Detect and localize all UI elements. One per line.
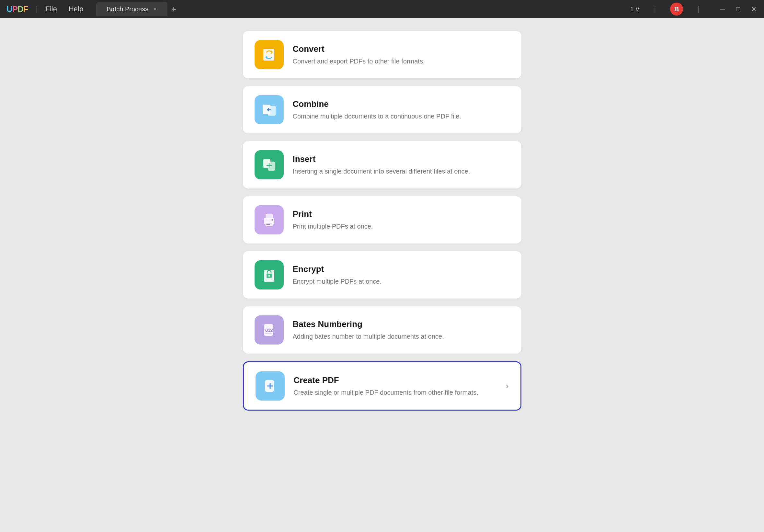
card-print[interactable]: Print Print multiple PDFs at once. — [243, 196, 521, 244]
app-logo: UPDF — [6, 4, 28, 14]
main-content: Convert Convert and export PDFs to other… — [0, 18, 764, 532]
tab-close-button[interactable]: × — [153, 6, 157, 12]
create-arrow: › — [505, 381, 508, 391]
maximize-button[interactable]: □ — [734, 5, 742, 13]
encrypt-text: Encrypt Encrypt multiple PDFs at once. — [293, 264, 510, 286]
create-text: Create PDF Create single or multiple PDF… — [294, 375, 493, 397]
tabs-area: Batch Process × + — [96, 2, 176, 16]
menu-file[interactable]: File — [46, 5, 57, 13]
svg-point-12 — [272, 219, 273, 221]
svg-rect-8 — [266, 214, 273, 219]
card-create[interactable]: Create PDF Create single or multiple PDF… — [243, 361, 521, 411]
convert-desc: Convert and export PDFs to other file fo… — [293, 57, 510, 66]
titlebar-right: 1 ∨ | B | ─ □ ✕ — [630, 3, 758, 16]
svg-point-15 — [268, 275, 270, 277]
print-icon — [255, 205, 284, 235]
create-title: Create PDF — [294, 375, 493, 385]
tab-batch-process[interactable]: Batch Process × — [96, 2, 167, 16]
insert-title: Insert — [293, 154, 510, 164]
create-desc: Create single or multiple PDF documents … — [294, 388, 493, 397]
svg-text:012: 012 — [265, 328, 273, 333]
titlebar: UPDF | File Help Batch Process × + 1 ∨ |… — [0, 0, 764, 18]
create-icon — [256, 371, 285, 401]
encrypt-icon — [255, 260, 284, 289]
insert-desc: Inserting a single document into several… — [293, 167, 510, 176]
user-avatar[interactable]: B — [670, 3, 683, 16]
print-title: Print — [293, 209, 510, 219]
insert-text: Insert Inserting a single document into … — [293, 154, 510, 176]
card-combine[interactable]: Combine Combine multiple documents to a … — [243, 86, 521, 133]
minimize-button[interactable]: ─ — [719, 5, 726, 13]
window-controls: ─ □ ✕ — [719, 5, 758, 13]
cards-container: Convert Convert and export PDFs to other… — [243, 31, 521, 519]
bates-icon: 012 — [255, 315, 284, 345]
bates-desc: Adding bates number to multiple document… — [293, 332, 510, 341]
insert-icon — [255, 150, 284, 179]
convert-icon — [255, 40, 284, 69]
tab-add-button[interactable]: + — [171, 4, 176, 14]
right-divider2: | — [697, 5, 699, 13]
encrypt-title: Encrypt — [293, 264, 510, 274]
combine-icon — [255, 95, 284, 124]
convert-text: Convert Convert and export PDFs to other… — [293, 44, 510, 66]
tab-label: Batch Process — [106, 6, 148, 13]
card-convert[interactable]: Convert Convert and export PDFs to other… — [243, 31, 521, 79]
combine-text: Combine Combine multiple documents to a … — [293, 99, 510, 121]
combine-desc: Combine multiple documents to a continuo… — [293, 112, 510, 121]
card-bates[interactable]: 012 Bates Numbering Adding bates number … — [243, 306, 521, 354]
close-button[interactable]: ✕ — [750, 5, 758, 13]
print-text: Print Print multiple PDFs at once. — [293, 209, 510, 231]
bates-title: Bates Numbering — [293, 319, 510, 329]
menu-help[interactable]: Help — [69, 5, 83, 13]
combine-title: Combine — [293, 99, 510, 109]
tab-count: 1 ∨ — [630, 5, 640, 13]
right-divider: | — [654, 5, 656, 13]
card-insert[interactable]: Insert Inserting a single document into … — [243, 141, 521, 188]
menu-bar: File Help — [46, 5, 84, 13]
encrypt-desc: Encrypt multiple PDFs at once. — [293, 277, 510, 286]
divider: | — [36, 5, 38, 13]
card-encrypt[interactable]: Encrypt Encrypt multiple PDFs at once. — [243, 251, 521, 298]
print-desc: Print multiple PDFs at once. — [293, 222, 510, 231]
bates-text: Bates Numbering Adding bates number to m… — [293, 319, 510, 341]
convert-title: Convert — [293, 44, 510, 54]
